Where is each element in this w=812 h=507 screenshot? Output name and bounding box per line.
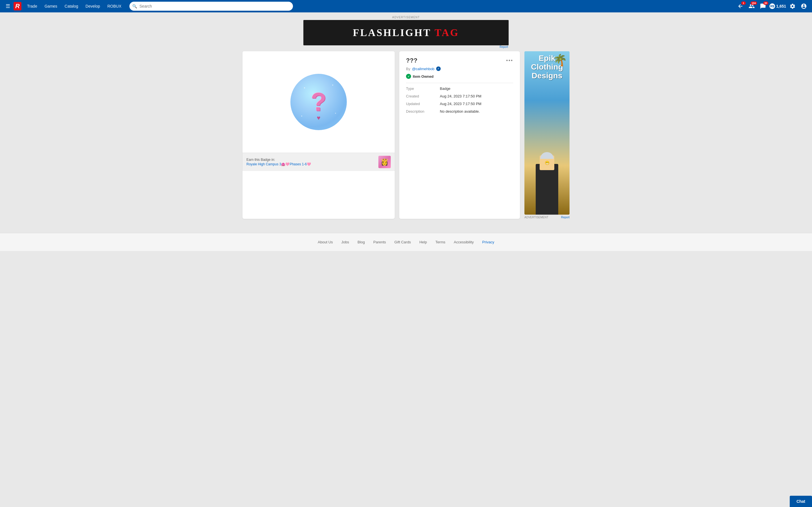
badge-created-row: Created Aug 24, 2023 7:17:50 PM [406,94,513,98]
ad-report-row: Report [303,45,509,48]
badge-creator-label: By [406,67,410,71]
badge-question-mark: ? [311,88,326,117]
notification-badge-1: 1 [741,1,746,5]
hamburger-icon[interactable]: ☰ [3,2,12,10]
footer-link-help[interactable]: Help [419,240,427,244]
sidebar-ad-character: 😁 [524,164,569,215]
footer-link-blog[interactable]: Blog [357,240,365,244]
nav-link-games[interactable]: Games [41,2,61,10]
footer-link-gift-cards[interactable]: Gift Cards [395,240,411,244]
earn-badge-link[interactable]: Royale High Campus 3🏩🩷Phases 1-6🩷 [246,162,311,166]
sidebar-ad: 🌴 Epik Clothing Designs 😁 ADVERTISEMENT … [524,51,569,219]
nav-link-trade[interactable]: Trade [24,2,41,10]
sidebar-ad-label: ADVERTISEMENT [524,216,548,219]
updated-value: Aug 24, 2023 7:17:50 PM [440,102,481,106]
description-value: No description available. [440,109,480,114]
nav-link-develop[interactable]: Develop [82,2,103,10]
badge-updated-row: Updated Aug 24, 2023 7:17:50 PM [406,102,513,106]
type-label: Type [406,87,434,91]
main-content: ? ♥ Earn this Badge in: Royale High Camp… [237,48,575,222]
divider-1 [406,83,513,83]
friends-badge: 194 [751,1,757,5]
earn-badge-thumbnail-image: 👸 [380,158,389,166]
footer-link-parents[interactable]: Parents [373,240,386,244]
chat-button[interactable]: Chat [790,496,812,507]
badge-image-area: ? ♥ [243,51,395,153]
earn-badge-thumbnail[interactable]: 👸 [378,156,391,168]
character-helmet [540,152,554,159]
roblox-logo[interactable]: R [13,2,21,10]
badge-heart-icon: ♥ [317,114,320,122]
owned-check-icon: ✓ [406,74,411,79]
navbar: ☰ R Trade Games Catalog Develop ROBUX 🔍 … [0,0,812,12]
description-label: Description [406,109,434,114]
nav-links: Trade Games Catalog Develop ROBUX [24,2,125,10]
more-options-button[interactable]: ••• [506,58,513,64]
top-ad-container: ADVERTISEMENT FLASHLIGHT TAG Report [0,12,812,48]
footer-link-terms[interactable]: Terms [435,240,445,244]
badge-info-panel: ??? ••• By @callmehbob ✓ ✓ Item Owned Ty… [399,51,520,219]
settings-btn[interactable] [788,2,797,10]
footer-link-about-us[interactable]: About Us [318,240,333,244]
notifications-btn-1[interactable]: 1 [735,2,745,10]
robux-display[interactable]: R$ 1,651 [769,3,786,9]
friends-btn[interactable]: 194 [747,2,756,10]
footer: About Us Jobs Blog Parents Gift Cards He… [0,233,812,251]
robux-icon: R$ [769,3,775,9]
character-body: 😁 [536,164,558,215]
footer-links: About Us Jobs Blog Parents Gift Cards He… [6,240,806,244]
verified-badge-icon: ✓ [436,66,441,71]
footer-link-accessibility[interactable]: Accessibility [454,240,474,244]
owned-row: ✓ Item Owned [406,74,513,79]
character-face: 😁 [545,161,550,165]
badge-creator-link[interactable]: @callmehbob [412,67,435,71]
nav-link-robux[interactable]: ROBUX [104,2,125,10]
search-container: 🔍 [130,2,293,11]
ad-banner-text: FLASHLIGHT TAG [353,27,459,39]
top-ad-banner[interactable]: FLASHLIGHT TAG [303,20,509,45]
created-label: Created [406,94,434,98]
badge-creator-row: By @callmehbob ✓ [406,66,513,71]
badge-type-row: Type Badge [406,87,513,91]
badge-card: ? ♥ Earn this Badge in: Royale High Camp… [243,51,395,219]
nav-right: 1 194 30 R$ 1,651 [735,2,809,10]
earn-badge-text: Earn this Badge in: [246,158,311,162]
owned-label: Item Owned [413,74,434,78]
sidebar-ad-image[interactable]: 🌴 Epik Clothing Designs 😁 [524,51,569,215]
earn-badge-footer: Earn this Badge in: Royale High Campus 3… [243,153,395,171]
top-ad-label: ADVERTISEMENT [303,16,509,19]
badge-description-row: Description No description available. [406,109,513,114]
nav-link-catalog[interactable]: Catalog [61,2,82,10]
sidebar-ad-bottom: ADVERTISEMENT Report [524,216,569,219]
footer-link-privacy[interactable]: Privacy [482,240,494,244]
search-icon: 🔍 [132,4,137,8]
created-value: Aug 24, 2023 7:17:50 PM [440,94,481,98]
footer-link-jobs[interactable]: Jobs [342,240,349,244]
type-value: Badge [440,87,451,91]
messages-btn[interactable]: 30 [758,2,768,10]
sidebar-ad-report[interactable]: Report [561,216,569,219]
robux-amount: 1,651 [776,4,786,8]
character-head: 😁 [540,156,554,170]
updated-label: Updated [406,102,434,106]
badge-title-row: ??? ••• [406,57,513,64]
top-ad-report[interactable]: Report [500,45,508,48]
user-profile-btn[interactable] [799,2,809,10]
earn-badge-info: Earn this Badge in: Royale High Campus 3… [246,158,311,166]
search-input[interactable] [130,2,293,11]
badge-image: ? ♥ [290,74,347,130]
badge-title: ??? [406,57,417,64]
palm-icon: 🌴 [553,54,567,67]
messages-badge: 30 [763,1,768,5]
